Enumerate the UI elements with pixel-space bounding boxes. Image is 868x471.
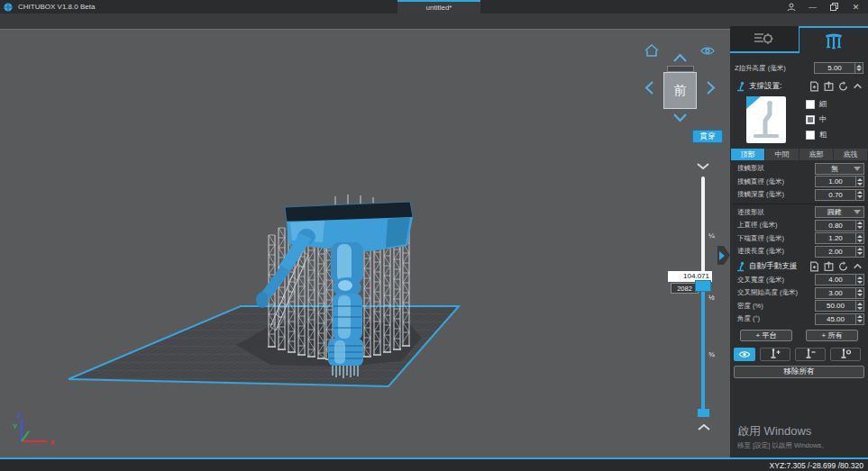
profile-export-icon[interactable] — [823, 261, 835, 272]
tab-middle[interactable]: 中間 — [765, 149, 799, 160]
cross-width-input[interactable]: 4.00 — [815, 274, 864, 285]
connect-length-input[interactable]: 2.00 — [815, 246, 864, 258]
lower-diameter-label: 下端直徑 (毫米) — [737, 234, 815, 243]
section-collapse-icon[interactable] — [852, 261, 863, 272]
density-input[interactable]: 50.00 — [815, 300, 864, 312]
slider-mark-three-quarter: ¾ — [708, 350, 715, 358]
spinner-arrows[interactable] — [855, 233, 863, 243]
checkbox-coarse[interactable] — [806, 131, 815, 140]
tab-raft[interactable]: 底筏 — [834, 149, 867, 160]
checkbox-medium[interactable] — [806, 115, 815, 124]
size-fine-label: 細 — [819, 99, 827, 110]
restore-button[interactable] — [829, 2, 839, 12]
tab-middle-label: 中間 — [775, 149, 790, 159]
cross-width-row: 交叉寬度 (毫米) 4.00 — [730, 274, 868, 287]
spinner-arrows[interactable] — [855, 275, 863, 285]
spinner-arrows[interactable] — [855, 177, 863, 186]
clip-view-button[interactable]: 貫穿 — [692, 130, 723, 143]
size-coarse-label: 粗 — [819, 130, 827, 140]
contact-diameter-input[interactable]: 1.00 — [815, 176, 864, 187]
scene-canvas: Z X Y — [0, 30, 730, 459]
nav-cube-top-face[interactable] — [667, 66, 694, 72]
reset-icon[interactable] — [837, 81, 849, 92]
profile-export-icon[interactable] — [823, 81, 835, 92]
size-option-coarse[interactable]: 粗 — [806, 130, 827, 140]
support-settings-icon — [823, 32, 845, 50]
remove-all-supports-button[interactable]: 移除所有 — [734, 366, 864, 378]
spinner-arrows[interactable] — [855, 314, 863, 324]
tab-slice-settings[interactable] — [730, 26, 799, 53]
contact-shape-value: 無 — [816, 164, 854, 174]
rotate-right-arrow-icon[interactable] — [706, 80, 716, 95]
size-option-fine[interactable]: 細 — [806, 99, 827, 110]
document-tab-label: untitled* — [426, 4, 452, 12]
slider-step-down-icon[interactable] — [696, 162, 710, 170]
edit-support-button[interactable] — [830, 348, 861, 361]
visibility-eye-icon[interactable] — [700, 46, 715, 56]
layer-slider-handle[interactable] — [695, 280, 711, 292]
add-platform-supports-button[interactable]: + 平台 — [740, 330, 792, 341]
axis-indicator: Z X Y — [13, 412, 55, 447]
profile-import-icon[interactable] — [809, 261, 820, 272]
cross-start-height-label: 交叉開始高度 (毫米) — [737, 288, 815, 297]
minimize-button[interactable]: — — [808, 2, 818, 12]
divider — [733, 204, 865, 204]
spinner-arrows[interactable] — [855, 221, 863, 231]
layer-slider-end-cap[interactable] — [698, 409, 709, 417]
account-icon[interactable] — [786, 2, 796, 12]
support-settings-header: 支撐設置: — [730, 78, 868, 94]
layer-slider-track-lower[interactable] — [701, 291, 705, 411]
z-lift-label: Z抬升高度 (毫米) — [735, 64, 814, 73]
home-view-icon[interactable] — [644, 43, 660, 58]
density-label: 密度 (%) — [737, 302, 815, 311]
support-edit-icon — [839, 349, 852, 359]
status-bar: XYZ:7.305 /-28.699 /80.320 — [0, 457, 868, 471]
profile-import-icon[interactable] — [809, 81, 820, 92]
section-collapse-icon[interactable] — [852, 81, 863, 92]
angle-input[interactable]: 45.00 — [815, 313, 864, 325]
slider-step-up-icon[interactable] — [697, 423, 711, 431]
connect-shape-dropdown[interactable]: 圓錐 — [815, 206, 864, 218]
contact-shape-dropdown[interactable]: 無 — [815, 163, 864, 175]
chevron-down-icon — [854, 210, 861, 214]
size-option-medium[interactable]: 中 — [806, 114, 827, 125]
reset-icon[interactable] — [837, 261, 849, 272]
remove-all-label: 移除所有 — [784, 367, 815, 377]
nav-cube-front-face[interactable]: 前 — [663, 72, 697, 109]
tab-bottom[interactable]: 底部 — [799, 149, 833, 160]
tab-raft-label: 底筏 — [844, 149, 858, 159]
layer-slider-track-upper[interactable] — [701, 177, 705, 284]
lower-diameter-input[interactable]: 1.20 — [815, 232, 864, 244]
checkbox-fine[interactable] — [806, 100, 815, 109]
spinner-arrows[interactable] — [855, 247, 863, 257]
toggle-support-visibility-button[interactable] — [734, 348, 755, 361]
axis-y-label: Y — [13, 422, 18, 430]
support-preview-row: 細 中 粗 — [730, 94, 868, 146]
spinner-arrows[interactable] — [855, 301, 863, 311]
delete-support-button[interactable] — [795, 348, 826, 361]
slice-settings-icon — [753, 31, 776, 47]
rotate-left-arrow-icon[interactable] — [644, 80, 654, 95]
document-tab[interactable]: untitled* — [397, 0, 480, 14]
spinner-arrows[interactable] — [855, 190, 863, 200]
lower-diameter-row: 下端直徑 (毫米) 1.20 — [730, 232, 868, 246]
viewport-3d[interactable]: Z X Y 前 貫穿 — [0, 29, 730, 459]
spinner-arrows[interactable] — [855, 288, 863, 298]
add-all-supports-button[interactable]: + 所有 — [806, 330, 858, 341]
rotate-down-arrow-icon[interactable] — [672, 113, 688, 122]
tab-top[interactable]: 頂部 — [731, 149, 764, 160]
z-lift-input[interactable]: 5.00 — [814, 62, 863, 74]
chitubox-window: CHITUBOX V1.8.0 Beta untitled* — ✕ — [0, 0, 868, 471]
z-lift-spinner-arrows[interactable] — [854, 63, 863, 73]
contact-depth-input[interactable]: 0.70 — [815, 189, 864, 201]
tab-support-settings[interactable] — [799, 26, 868, 53]
upper-diameter-row: 上直徑 (毫米) 0.80 — [730, 219, 868, 232]
rotate-up-arrow-icon[interactable] — [672, 53, 688, 63]
upper-diameter-input[interactable]: 0.80 — [815, 220, 864, 231]
watermark-line1: 啟用 Windows — [737, 423, 828, 439]
clip-view-label: 貫穿 — [700, 131, 716, 142]
add-support-button[interactable] — [760, 348, 790, 361]
close-button[interactable]: ✕ — [851, 2, 861, 12]
cross-start-height-input[interactable]: 3.00 — [815, 287, 864, 299]
support-mini-icon — [735, 261, 746, 272]
